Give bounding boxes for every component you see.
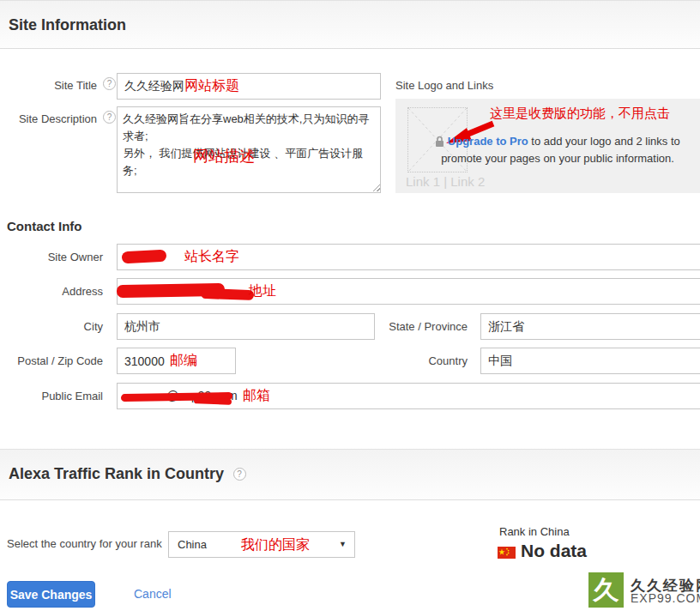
select-country-label: Select the country for your rank [7, 537, 162, 550]
help-icon[interactable]: ? [103, 77, 116, 90]
help-icon[interactable]: ? [103, 111, 116, 124]
address-input[interactable] [117, 278, 700, 305]
help-icon[interactable]: ? [233, 468, 246, 481]
lock-icon [435, 136, 444, 147]
country-field-wrap [480, 348, 700, 374]
site-owner-field-wrap: 站长名字 [117, 244, 700, 270]
upgrade-annotation: 这里是收费版的功能，不用点击 [490, 106, 670, 122]
cancel-link[interactable]: Cancel [134, 587, 172, 601]
postal-field-wrap: 邮编 [117, 348, 236, 374]
rank-in-country-label: Rank in China [499, 525, 570, 538]
state-label: State / Province [365, 320, 468, 333]
email-visible-fragment: @exp99.com [166, 389, 238, 402]
address-field-wrap: 地址 [117, 278, 700, 305]
postal-input[interactable] [117, 348, 236, 374]
site-title-label: Site Title [0, 79, 97, 92]
upgrade-to-pro-link[interactable]: Upgrade to Pro [448, 135, 528, 148]
exp99-logo-icon: 久 [588, 572, 624, 608]
public-email-field-wrap: @exp99.com 邮箱 [117, 383, 700, 409]
state-input[interactable] [480, 313, 700, 340]
page-header: Site Information [0, 0, 700, 49]
logo-links-panel: 这里是收费版的功能，不用点击 Upgrade to Pro to add you… [395, 99, 700, 193]
site-title-input[interactable] [117, 73, 381, 100]
page-title: Site Information [0, 1, 126, 34]
site-owner-label: Site Owner [0, 251, 103, 263]
save-changes-button[interactable]: Save Changes [7, 581, 95, 608]
site-title-field-wrap: 网站标题 [117, 73, 381, 100]
address-label: Address [0, 285, 103, 298]
contact-info-header: Contact Info [7, 219, 82, 233]
site-settings-page: Site Information Site Title ? 网站标题 Site … [0, 0, 700, 611]
site-owner-input[interactable] [117, 244, 700, 270]
public-email-label: Public Email [0, 390, 103, 402]
chevron-down-icon: ▼ [339, 540, 347, 548]
link-placeholders: Link 1 | Link 2 [406, 174, 485, 189]
city-label: City [0, 320, 103, 333]
alexa-section-title: Alexa Traffic Rank in Country [0, 450, 224, 483]
site-description-textarea[interactable]: 久久经验网旨在分享web相关的技术,只为知识的寻求者; 另外， 我们提供网站设计… [117, 106, 381, 193]
city-input[interactable] [117, 313, 375, 340]
china-flag-icon [498, 547, 516, 559]
postal-label: Postal / Zip Code [0, 354, 103, 367]
city-field-wrap [117, 313, 375, 340]
upgrade-text: Upgrade to Pro to add your logo and 2 li… [418, 133, 697, 166]
site-logo-links-label: Site Logo and Links [395, 79, 493, 92]
country-input[interactable] [480, 348, 700, 374]
country-label: Country [365, 354, 468, 367]
site-description-label: Site Description [0, 112, 97, 125]
country-select-annotation: 我们的国家 [241, 536, 310, 554]
exp99-logo-domain: EXP99.COM [631, 591, 700, 605]
country-select-value: China [178, 538, 207, 551]
state-field-wrap [480, 313, 700, 340]
alexa-section-header: Alexa Traffic Rank in Country ? [0, 449, 700, 500]
country-select[interactable]: China 我们的国家 ▼ [168, 531, 355, 558]
rank-value: No data [521, 541, 587, 561]
